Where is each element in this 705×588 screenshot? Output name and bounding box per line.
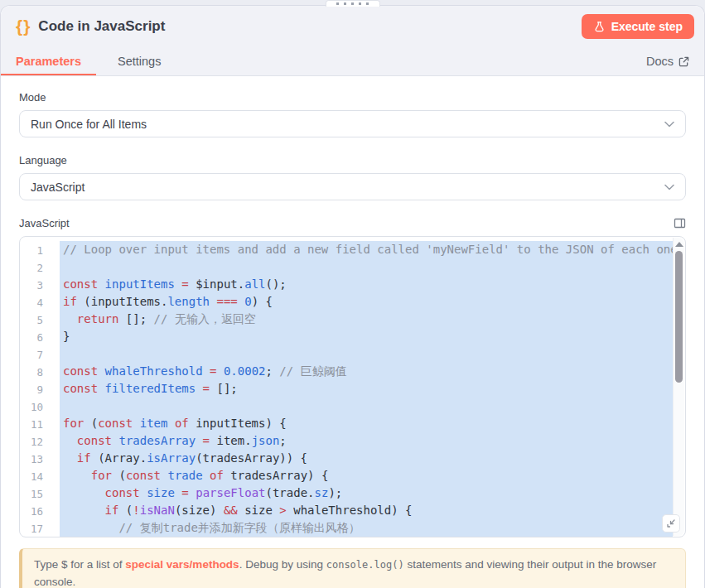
code-line[interactable]: 11for (const item of inputItems) { — [20, 415, 685, 432]
docs-link[interactable]: Docs — [646, 55, 689, 68]
code-line[interactable]: 13 if (Array.isArray(tradesArray)) { — [20, 450, 685, 467]
code-line[interactable]: 4if (inputItems.length === 0) { — [20, 293, 685, 311]
tab-bar: Parameters Settings Docs — [1, 47, 704, 75]
expand-editor-icon[interactable] — [674, 217, 686, 229]
node-details-panel: {} Code in JavaScript Execute step Param… — [0, 5, 705, 588]
code-line-content: return []; // 无输入，返回空 — [60, 311, 673, 328]
code-line[interactable]: 6} — [20, 328, 685, 345]
line-number: 1 — [20, 241, 43, 258]
code-line[interactable]: 12 const tradesArray = item.json; — [20, 432, 685, 450]
external-link-icon — [678, 56, 689, 67]
line-number: 15 — [20, 484, 43, 502]
code-line[interactable]: 15 const size = parseFloat(trade.sz); — [20, 484, 685, 502]
editor-resize-button[interactable] — [662, 514, 680, 533]
code-line-content: const size = parseFloat(trade.sz); — [60, 484, 673, 502]
hint-prefix: Type $ for a list of — [34, 558, 125, 571]
mode-select[interactable]: Run Once for All Items — [19, 110, 686, 137]
line-number: 11 — [20, 415, 43, 432]
code-line-content: const inputItems = $input.all(); — [60, 276, 673, 293]
tab-parameters[interactable]: Parameters — [16, 55, 81, 68]
line-number: 2 — [20, 258, 43, 276]
code-line-content: if (Array.isArray(tradesArray)) { — [60, 450, 673, 467]
parameters-content: Mode Run Once for All Items Language Jav… — [1, 76, 704, 537]
code-line[interactable]: 7 — [20, 345, 685, 363]
code-line-content: const whaleThreshold = 0.0002; // 巨鲸阈值 — [60, 363, 673, 380]
line-number: 5 — [20, 311, 43, 328]
language-select[interactable]: JavaScript — [19, 173, 686, 200]
code-line[interactable]: 1// Loop over input items and add a new … — [20, 241, 685, 258]
editor-scrollbar[interactable] — [673, 238, 684, 536]
code-line[interactable]: 16 if (!isNaN(size) && size > whaleThres… — [20, 502, 685, 519]
language-value: JavaScript — [31, 181, 85, 194]
code-line[interactable]: 5 return []; // 无输入，返回空 — [20, 311, 685, 328]
flask-icon — [593, 21, 606, 33]
line-number: 16 — [20, 502, 43, 519]
chevron-down-icon — [664, 184, 674, 190]
panel-drag-handle[interactable] — [326, 0, 380, 7]
code-lines: 1// Loop over input items and add a new … — [20, 237, 685, 537]
docs-label: Docs — [646, 55, 674, 68]
line-number: 6 — [20, 328, 43, 345]
code-line-content: for (const item of inputItems) { — [60, 415, 673, 432]
tab-settings[interactable]: Settings — [118, 55, 161, 68]
execute-step-label: Execute step — [611, 20, 683, 33]
line-number: 7 — [20, 345, 43, 363]
special-vars-link[interactable]: special vars/methods — [125, 558, 239, 571]
code-line[interactable]: 9const filteredItems = []; — [20, 380, 685, 398]
panel-header-area: {} Code in JavaScript Execute step Param… — [1, 6, 704, 76]
code-line[interactable]: 2 — [20, 258, 685, 276]
code-line-content: } — [60, 328, 673, 345]
code-node-icon: {} — [16, 17, 31, 36]
code-line-content: if (!isNaN(size) && size > whaleThreshol… — [60, 502, 673, 519]
code-line-content: const tradesArray = item.json; — [60, 432, 673, 450]
code-line-content — [60, 258, 673, 276]
code-line-content: // Loop over input items and add a new f… — [60, 241, 673, 258]
hint-middle: . Debug by using — [239, 558, 326, 571]
node-title: Code in JavaScript — [38, 18, 165, 35]
code-editor[interactable]: 1// Loop over input items and add a new … — [19, 236, 686, 537]
line-number: 17 — [20, 519, 43, 537]
line-number: 8 — [20, 363, 43, 380]
code-line-content: // 复制trade并添加新字段（原样输出风格） — [60, 519, 673, 537]
line-number: 14 — [20, 467, 43, 484]
line-number: 3 — [20, 276, 43, 293]
editor-hint: Type $ for a list of special vars/method… — [19, 548, 686, 588]
chevron-down-icon — [664, 121, 674, 128]
line-number: 4 — [20, 293, 43, 311]
line-number: 12 — [20, 432, 43, 450]
line-number: 10 — [20, 398, 43, 415]
code-line-content — [60, 398, 673, 415]
code-line[interactable]: 10 — [20, 398, 685, 415]
line-number: 9 — [20, 380, 43, 398]
line-number: 13 — [20, 450, 43, 467]
language-label: Language — [19, 154, 686, 166]
mode-value: Run Once for All Items — [31, 118, 147, 131]
code-line[interactable]: 3const inputItems = $input.all(); — [20, 276, 685, 293]
mode-label: Mode — [19, 91, 686, 104]
hint-inline-code: console.log() — [326, 559, 404, 571]
code-line-content: for (const trade of tradesArray) { — [60, 467, 673, 484]
scrollbar-up-arrow[interactable] — [675, 242, 683, 247]
code-line-content: const filteredItems = []; — [60, 380, 673, 398]
code-line[interactable]: 14 for (const trade of tradesArray) { — [20, 467, 685, 484]
execute-step-button[interactable]: Execute step — [582, 14, 694, 39]
code-line[interactable]: 8const whaleThreshold = 0.0002; // 巨鲸阈值 — [20, 363, 685, 380]
code-line[interactable]: 17 // 复制trade并添加新字段（原样输出风格） — [20, 519, 685, 537]
scrollbar-thumb[interactable] — [675, 251, 683, 383]
code-editor-label: JavaScript — [19, 217, 70, 229]
code-line-content — [60, 345, 673, 363]
code-line-content: if (inputItems.length === 0) { — [60, 293, 673, 311]
resize-corner-icon — [666, 518, 676, 528]
